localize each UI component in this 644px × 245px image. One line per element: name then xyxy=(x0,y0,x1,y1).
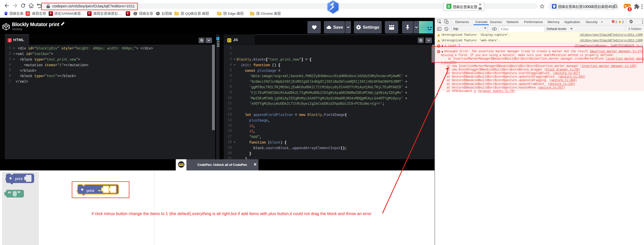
svg-text:“: “ xyxy=(8,190,11,197)
svg-text:print: print xyxy=(15,177,23,181)
svg-text:”: ” xyxy=(17,190,21,197)
